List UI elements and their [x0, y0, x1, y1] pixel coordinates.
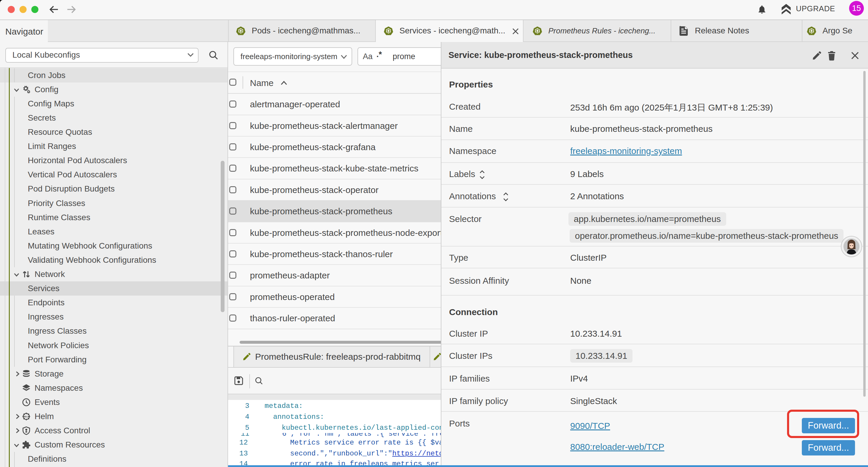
svg-text:HELM: HELM: [23, 415, 30, 418]
